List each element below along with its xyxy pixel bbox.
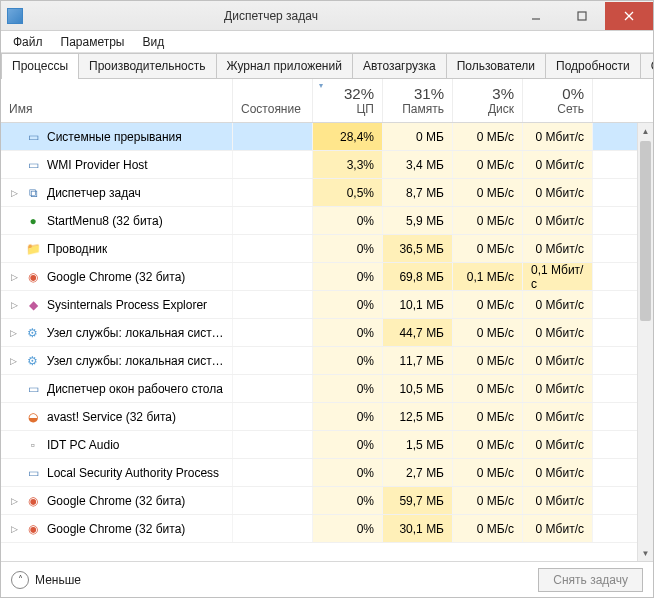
process-state-cell [233, 375, 313, 402]
process-memory-cell: 2,7 МБ [383, 459, 453, 486]
window-icon: ▭ [25, 381, 41, 397]
table-row[interactable]: ▷⚙Узел службы: локальная систе...0%44,7 … [1, 319, 653, 347]
header-memory-label: Память [402, 102, 444, 116]
tab-performance[interactable]: Производительность [78, 53, 216, 78]
process-name-cell: ▭Системные прерывания [1, 123, 233, 150]
process-network-cell: 0 Мбит/с [523, 487, 593, 514]
header-state[interactable]: Состояние [233, 79, 313, 122]
procexp-icon: ◆ [25, 297, 41, 313]
header-state-label: Состояние [241, 102, 304, 116]
expand-icon[interactable]: ▷ [9, 328, 19, 338]
process-name-label: avast! Service (32 бита) [47, 410, 176, 424]
end-task-button[interactable]: Снять задачу [538, 568, 643, 592]
process-state-cell [233, 431, 313, 458]
process-list-wrap: ▭Системные прерывания28,4%0 МБ0 МБ/с0 Мб… [1, 123, 653, 561]
process-cpu-cell: 0% [313, 375, 383, 402]
tab-services[interactable]: С [640, 53, 654, 78]
process-name-cell: ▫IDT PC Audio [1, 431, 233, 458]
window-title: Диспетчер задач [29, 9, 513, 23]
process-name-cell: ▷⧉Диспетчер задач [1, 179, 233, 206]
expand-icon[interactable]: ▷ [9, 524, 19, 534]
window-controls [513, 2, 653, 30]
process-network-cell: 0 Мбит/с [523, 151, 593, 178]
table-row[interactable]: ▷◆Sysinternals Process Explorer0%10,1 МБ… [1, 291, 653, 319]
tab-details[interactable]: Подробности [545, 53, 641, 78]
expand-icon[interactable]: ▷ [9, 356, 19, 366]
process-name-cell: ◒avast! Service (32 бита) [1, 403, 233, 430]
process-cpu-cell: 0% [313, 403, 383, 430]
process-state-cell [233, 515, 313, 542]
table-row[interactable]: ●StartMenu8 (32 бита)0%5,9 МБ0 МБ/с0 Мби… [1, 207, 653, 235]
header-disk[interactable]: 3% Диск [453, 79, 523, 122]
chrome-icon: ◉ [25, 269, 41, 285]
expand-icon[interactable]: ▷ [9, 188, 19, 198]
tabstrip: Процессы Производительность Журнал прило… [1, 53, 653, 79]
menu-file[interactable]: Файл [5, 32, 51, 52]
expand-icon[interactable]: ▷ [9, 272, 19, 282]
table-row[interactable]: ▭WMI Provider Host3,3%3,4 МБ0 МБ/с0 Мбит… [1, 151, 653, 179]
table-row[interactable]: ▭Диспетчер окон рабочего стола0%10,5 МБ0… [1, 375, 653, 403]
table-row[interactable]: ▷⧉Диспетчер задач0,5%8,7 МБ0 МБ/с0 Мбит/… [1, 179, 653, 207]
process-name-label: Local Security Authority Process [47, 466, 219, 480]
titlebar: Диспетчер задач [1, 1, 653, 31]
scroll-down-button[interactable]: ▼ [638, 545, 653, 561]
table-row[interactable]: ▷◉Google Chrome (32 бита)0%59,7 МБ0 МБ/с… [1, 487, 653, 515]
process-name-label: Проводник [47, 242, 107, 256]
fewer-details-button[interactable]: ˄ Меньше [11, 571, 81, 589]
minimize-button[interactable] [513, 2, 559, 30]
table-row[interactable]: ▭Local Security Authority Process0%2,7 М… [1, 459, 653, 487]
header-cpu[interactable]: 32% ЦП [313, 79, 383, 122]
process-cpu-cell: 0% [313, 431, 383, 458]
header-cpu-label: ЦП [356, 102, 374, 116]
globe-icon: ● [25, 213, 41, 229]
process-state-cell [233, 487, 313, 514]
process-cpu-cell: 0% [313, 319, 383, 346]
table-row[interactable]: ▷◉Google Chrome (32 бита)0%69,8 МБ0,1 МБ… [1, 263, 653, 291]
expand-icon[interactable]: ▷ [9, 300, 19, 310]
expand-icon[interactable]: ▷ [9, 496, 19, 506]
process-network-cell: 0,1 Мбит/с [523, 263, 593, 290]
table-row[interactable]: ◒avast! Service (32 бита)0%12,5 МБ0 МБ/с… [1, 403, 653, 431]
header-name[interactable]: Имя [1, 79, 233, 122]
process-memory-cell: 12,5 МБ [383, 403, 453, 430]
process-name-cell: ▭WMI Provider Host [1, 151, 233, 178]
process-name-label: Google Chrome (32 бита) [47, 494, 185, 508]
process-name-cell: ▭Local Security Authority Process [1, 459, 233, 486]
process-memory-cell: 44,7 МБ [383, 319, 453, 346]
menu-options[interactable]: Параметры [53, 32, 133, 52]
close-button[interactable] [605, 2, 653, 30]
table-row[interactable]: ▷⚙Узел службы: локальная систе...0%11,7 … [1, 347, 653, 375]
vertical-scrollbar[interactable]: ▲ ▼ [637, 123, 653, 561]
scroll-thumb[interactable] [640, 141, 651, 321]
process-memory-cell: 3,4 МБ [383, 151, 453, 178]
process-network-cell: 0 Мбит/с [523, 207, 593, 234]
process-cpu-cell: 0% [313, 207, 383, 234]
header-network-label: Сеть [557, 102, 584, 116]
table-row[interactable]: ▭Системные прерывания28,4%0 МБ0 МБ/с0 Мб… [1, 123, 653, 151]
process-network-cell: 0 Мбит/с [523, 375, 593, 402]
process-state-cell [233, 403, 313, 430]
tab-app-history[interactable]: Журнал приложений [216, 53, 353, 78]
process-name-cell: ▷⚙Узел службы: локальная систе... [1, 319, 233, 346]
tab-startup[interactable]: Автозагрузка [352, 53, 447, 78]
app-icon [7, 8, 23, 24]
tab-users[interactable]: Пользователи [446, 53, 546, 78]
menu-view[interactable]: Вид [134, 32, 172, 52]
header-network[interactable]: 0% Сеть [523, 79, 593, 122]
tab-processes[interactable]: Процессы [1, 53, 79, 78]
table-row[interactable]: ▫IDT PC Audio0%1,5 МБ0 МБ/с0 Мбит/с [1, 431, 653, 459]
header-cpu-pct: 32% [344, 85, 374, 102]
process-name-cell: ●StartMenu8 (32 бита) [1, 207, 233, 234]
process-memory-cell: 10,5 МБ [383, 375, 453, 402]
table-row[interactable]: ▷◉Google Chrome (32 бита)0%30,1 МБ0 МБ/с… [1, 515, 653, 543]
process-state-cell [233, 291, 313, 318]
process-disk-cell: 0 МБ/с [453, 403, 523, 430]
process-name-label: StartMenu8 (32 бита) [47, 214, 163, 228]
table-row[interactable]: 📁Проводник0%36,5 МБ0 МБ/с0 Мбит/с [1, 235, 653, 263]
header-memory[interactable]: 31% Память [383, 79, 453, 122]
process-network-cell: 0 Мбит/с [523, 515, 593, 542]
scroll-up-button[interactable]: ▲ [638, 123, 653, 139]
svg-rect-1 [578, 12, 586, 20]
process-disk-cell: 0 МБ/с [453, 151, 523, 178]
maximize-button[interactable] [559, 2, 605, 30]
